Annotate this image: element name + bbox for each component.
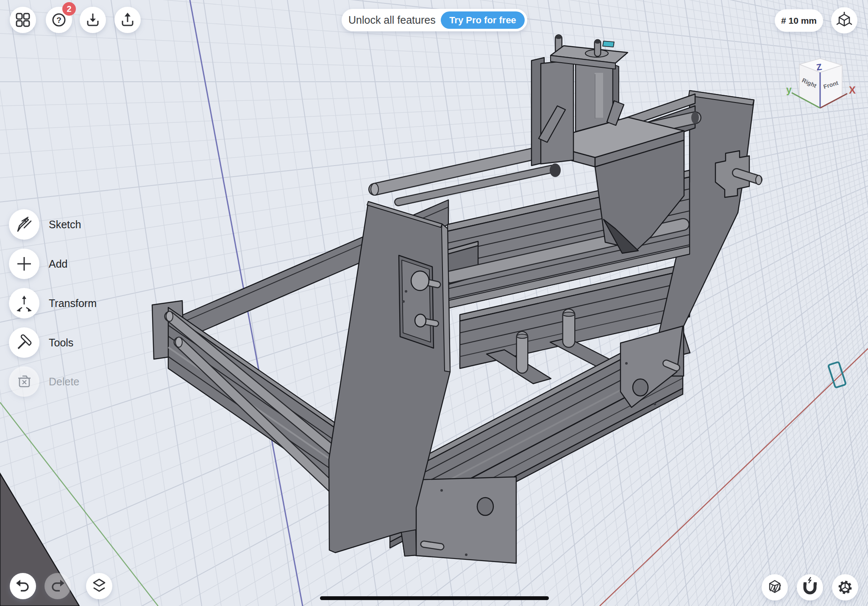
svg-text:Try Pro for free: Try Pro for free	[449, 15, 516, 25]
svg-text:2: 2	[67, 4, 71, 14]
svg-text:Unlock all features: Unlock all features	[348, 14, 436, 26]
svg-text:Tools: Tools	[49, 337, 73, 349]
svg-text:Delete: Delete	[49, 376, 79, 387]
svg-text:y: y	[786, 84, 792, 95]
svg-text:?: ?	[56, 16, 61, 25]
svg-text:Add: Add	[49, 258, 67, 270]
svg-text:Transform: Transform	[49, 297, 97, 309]
svg-text:X: X	[849, 84, 856, 96]
svg-text:Sketch: Sketch	[49, 219, 81, 230]
svg-text:# 10 mm: # 10 mm	[781, 16, 817, 25]
